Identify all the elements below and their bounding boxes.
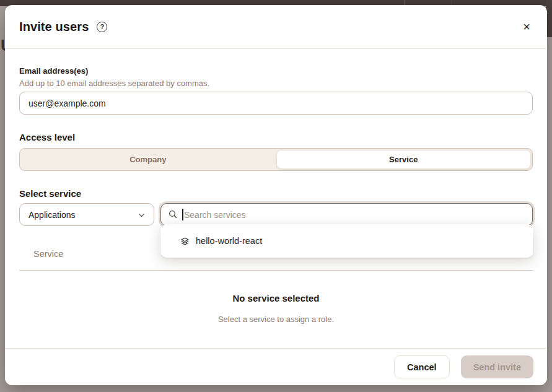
email-helper-text: Add up to 10 email addresses separated b… [19, 79, 533, 88]
empty-state-subtitle: Select a service to assign a role. [19, 315, 533, 324]
service-search-results-dropdown: hello-world-react [160, 224, 533, 258]
dialog-title: Invite users [19, 20, 89, 34]
topbar-separator [452, 0, 452, 5]
chevron-down-icon [138, 211, 146, 221]
cancel-button[interactable]: Cancel [394, 355, 450, 378]
email-input[interactable] [19, 92, 533, 115]
dialog-header: Invite users ? × [5, 5, 547, 49]
close-icon[interactable]: × [520, 19, 533, 34]
service-result-hello-world-react[interactable]: hello-world-react [160, 228, 533, 254]
dialog-body: Email address(es) Add up to 10 email add… [5, 66, 547, 324]
dialog-footer: Cancel Send invite [5, 348, 547, 385]
service-search-input[interactable] [160, 203, 533, 226]
invite-users-dialog: Invite users ? × Email address(es) Add u… [5, 5, 547, 385]
topbar-separator [404, 0, 405, 5]
service-category-select[interactable]: Applications [19, 203, 154, 226]
email-label: Email address(es) [19, 66, 533, 76]
send-invite-button[interactable]: Send invite [461, 355, 533, 378]
select-service-label: Select service [19, 188, 533, 199]
help-icon[interactable]: ? [97, 22, 107, 32]
service-result-label: hello-world-react [196, 236, 262, 246]
empty-state-title: No service selected [19, 293, 533, 303]
access-level-segmented-control: Company Service [19, 148, 533, 171]
table-divider [19, 270, 533, 271]
access-level-label: Access level [19, 132, 533, 142]
service-category-value: Applications [28, 210, 76, 220]
service-search-wrapper [160, 203, 533, 226]
segment-company[interactable]: Company [20, 149, 276, 170]
segment-service[interactable]: Service [276, 150, 532, 169]
service-picker-row: Applications [19, 203, 533, 226]
stack-icon [180, 237, 190, 246]
